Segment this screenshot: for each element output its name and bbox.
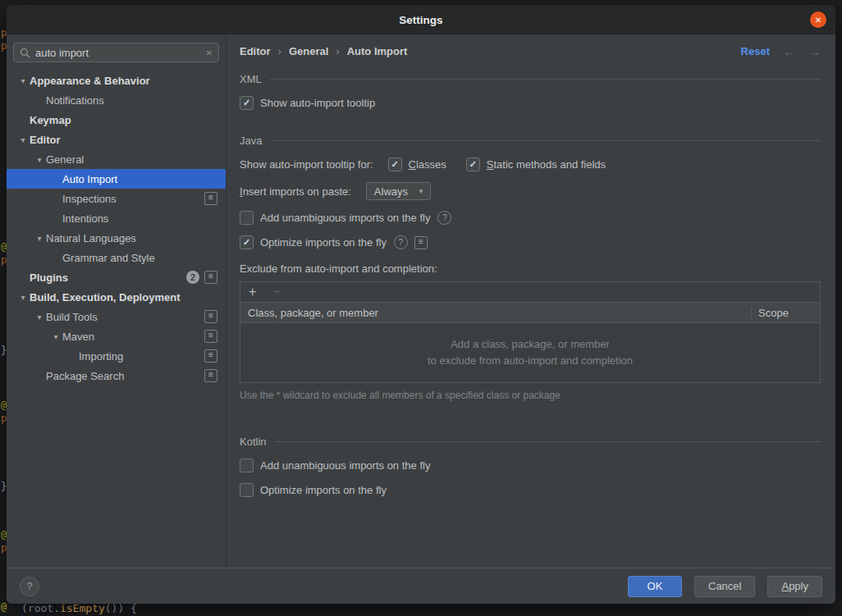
sidebar-item-build-execution-deployment[interactable]: ▾Build, Execution, Deployment	[7, 287, 226, 307]
chevron-down-icon[interactable]: ▾	[49, 332, 62, 341]
checkbox-icon	[240, 483, 254, 497]
checkbox-optimize-imports-java[interactable]: ✓ Optimize imports on the fly ? ≡	[240, 235, 821, 249]
sidebar-item-label: Auto Import	[62, 173, 117, 185]
insert-imports-on-paste-row: Insert imports on paste: Always ▼	[240, 182, 821, 200]
tooltip-for-row: Show auto-import tooltip for: ✓ Classes …	[240, 157, 821, 171]
checkbox-show-auto-import-tooltip[interactable]: ✓ Show auto-import tooltip	[240, 96, 821, 110]
forward-arrow-icon[interactable]: →	[808, 44, 821, 58]
search-result-icon: ≡	[204, 330, 217, 343]
chevron-down-icon[interactable]: ▾	[33, 313, 46, 322]
settings-search[interactable]: auto import ✕	[13, 43, 219, 62]
checkbox-optimize-imports-kotlin[interactable]: Optimize imports on the fly	[240, 483, 821, 497]
apply-button[interactable]: Apply	[767, 576, 822, 597]
sidebar-item-natural-languages[interactable]: ▾Natural Languages	[7, 228, 226, 248]
search-input[interactable]: auto import	[35, 47, 201, 59]
checkbox-label: Classes	[409, 158, 446, 171]
sidebar-item-label: Inspections	[62, 193, 117, 205]
section-xml-header: XML	[240, 73, 821, 85]
checkbox-add-unambiguous-imports-java[interactable]: Add unambiguous imports on the fly ?	[240, 211, 821, 225]
chevron-down-icon[interactable]: ▾	[16, 293, 30, 302]
sidebar-item-editor[interactable]: ▾Editor	[7, 130, 226, 149]
sidebar-item-maven[interactable]: ▾Maven≡	[7, 326, 226, 346]
search-result-icon: ≡	[204, 192, 217, 205]
search-icon	[20, 48, 30, 58]
titlebar[interactable]: Settings ✕	[7, 5, 835, 34]
chevron-down-icon[interactable]: ▾	[33, 234, 46, 243]
checkbox-classes[interactable]: ✓ Classes	[388, 157, 446, 171]
help-icon[interactable]: ?	[394, 235, 408, 249]
placeholder-line: Add a class, package, or member	[451, 336, 610, 353]
sidebar-item-appearance-behavior[interactable]: ▾Appearance & Behavior	[7, 71, 226, 90]
help-icon[interactable]: ?	[437, 211, 451, 225]
sidebar-item-label: General	[46, 153, 84, 166]
checkbox-icon: ✓	[388, 157, 402, 171]
sidebar-item-package-search[interactable]: Package Search≡	[7, 366, 226, 386]
insert-imports-on-paste-select[interactable]: Always ▼	[366, 182, 431, 200]
sidebar-item-label: Keymap	[30, 114, 71, 126]
sidebar-item-keymap[interactable]: Keymap	[7, 110, 226, 130]
sidebar-item-auto-import[interactable]: Auto Import	[7, 169, 226, 189]
tooltip-for-label: Show auto-import tooltip for:	[240, 158, 373, 171]
sidebar-item-importing[interactable]: Importing≡	[7, 346, 226, 366]
exclude-list-label: Exclude from auto-import and completion:	[240, 262, 821, 275]
column-class-package-member: Class, package, or member	[240, 307, 751, 319]
section-java-header: Java	[240, 135, 821, 147]
exclude-table: + − Class, package, or member Scope Add …	[240, 281, 821, 383]
back-arrow-icon[interactable]: ←	[783, 44, 795, 58]
checkbox-icon: ✓	[240, 96, 254, 110]
sidebar-item-inspections[interactable]: Inspections≡	[7, 189, 226, 208]
clear-search-icon[interactable]: ✕	[206, 48, 213, 57]
checkbox-label: Optimize imports on the fly	[260, 484, 387, 496]
sidebar-item-label: Intentions	[62, 212, 108, 225]
chevron-down-icon[interactable]: ▾	[16, 135, 30, 144]
section-title-java: Java	[240, 135, 262, 147]
exclude-table-empty-placeholder: Add a class, package, or member to exclu…	[240, 323, 820, 382]
ok-button[interactable]: OK	[628, 576, 682, 597]
reset-link[interactable]: Reset	[741, 45, 770, 57]
sidebar-item-label: Appearance & Behavior	[30, 75, 150, 87]
chevron-down-icon[interactable]: ▾	[16, 76, 30, 85]
help-button[interactable]: ?	[20, 577, 39, 596]
cancel-button[interactable]: Cancel	[694, 576, 755, 597]
background-code-text: isEmpty	[60, 602, 105, 614]
sidebar: auto import ✕ ▾Appearance & BehaviorNoti…	[7, 34, 227, 568]
sidebar-item-build-tools[interactable]: ▾Build Tools≡	[7, 307, 226, 326]
close-icon: ✕	[815, 16, 821, 25]
remove-icon[interactable]: −	[272, 285, 280, 299]
placeholder-line: to exclude from auto-import and completi…	[428, 353, 633, 369]
window-title: Settings	[399, 14, 442, 26]
sidebar-item-label: Natural Languages	[46, 232, 136, 244]
sidebar-item-intentions[interactable]: Intentions	[7, 208, 226, 228]
background-code-text: ()) {	[105, 602, 137, 614]
chevron-down-icon[interactable]: ▾	[33, 155, 46, 164]
breadcrumb-item-general[interactable]: General	[289, 45, 328, 57]
section-divider	[270, 140, 821, 141]
exclude-table-toolbar: + −	[240, 282, 820, 302]
breadcrumb-separator-icon: ›	[336, 45, 339, 57]
settings-dialog: Settings ✕ auto import ✕ ▾Appearance & B…	[7, 5, 835, 604]
checkbox-icon: ✓	[466, 157, 480, 171]
sidebar-item-label: Maven	[62, 331, 94, 343]
search-result-icon: ≡	[414, 236, 428, 249]
sidebar-item-notifications[interactable]: Notifications	[7, 90, 226, 110]
checkbox-static-methods-and-fields[interactable]: ✓ Static methods and fields	[466, 157, 606, 171]
search-result-icon: ≡	[204, 271, 217, 284]
sidebar-item-plugins[interactable]: Plugins2≡	[7, 267, 226, 287]
search-result-icon: ≡	[204, 369, 217, 382]
add-icon[interactable]: +	[249, 285, 256, 299]
wildcard-hint: Use the * wildcard to exclude all member…	[240, 389, 611, 403]
sidebar-item-label: Grammar and Style	[62, 252, 155, 264]
checkbox-add-unambiguous-imports-kotlin[interactable]: Add unambiguous imports on the fly	[240, 459, 821, 472]
checkbox-icon: ✓	[240, 235, 254, 249]
footer-buttons: OK Cancel Apply	[628, 576, 822, 597]
sidebar-item-general[interactable]: ▾General	[7, 149, 226, 169]
plugins-count-badge: 2	[186, 271, 199, 284]
background-code-text: (root.	[21, 602, 60, 614]
breadcrumb-item-editor[interactable]: Editor	[240, 45, 271, 57]
checkbox-icon	[240, 211, 254, 225]
sidebar-item-grammar-and-style[interactable]: Grammar and Style	[7, 248, 226, 267]
close-button[interactable]: ✕	[810, 11, 826, 28]
breadcrumb-item-auto-import[interactable]: Auto Import	[347, 45, 408, 57]
checkbox-label: Optimize imports on the fly	[260, 236, 387, 249]
background-code-glyph: @	[1, 601, 7, 613]
